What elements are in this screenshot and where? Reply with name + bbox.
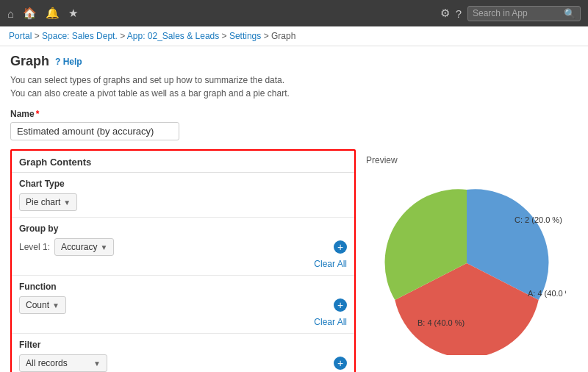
- accuracy-arrow: ▼: [100, 243, 107, 251]
- filter-label: Filter: [19, 340, 347, 350]
- accuracy-dropdown[interactable]: Accuracy ▼: [54, 238, 114, 256]
- function-arrow: ▼: [52, 301, 60, 310]
- page-title-text: Graph: [10, 54, 49, 69]
- breadcrumb-app[interactable]: App: 02_Sales & Leads: [127, 31, 219, 41]
- group-by-row: Level 1: Accuracy ▼ +: [19, 238, 347, 256]
- panel-title: Graph Contents: [12, 151, 354, 173]
- function-section: Function Count ▼ + Clear All: [12, 276, 354, 334]
- description-line-1: You can select types of graphs and set u…: [10, 74, 578, 87]
- label-c: C: 2 (20.0 %): [514, 215, 562, 224]
- filter-dropdown[interactable]: All records ▼: [19, 354, 107, 372]
- search-icon[interactable]: 🔍: [564, 8, 576, 19]
- group-by-section: Group by Level 1: Accuracy ▼ + Clear All: [12, 218, 354, 276]
- chart-type-value: Pie chart: [26, 197, 60, 207]
- chart-type-section: Chart Type Pie chart ▼: [12, 173, 354, 218]
- search-input[interactable]: [473, 8, 561, 18]
- group-by-label: Group by: [19, 223, 347, 234]
- pie-chart-svg: C: 2 (20.0 %) B: 4 (40.0 %) A: 4 (40.0 %…: [368, 179, 566, 355]
- function-add-button[interactable]: +: [334, 298, 347, 312]
- home-icon[interactable]: ⌂: [7, 7, 14, 20]
- help-icon[interactable]: ?: [456, 7, 462, 20]
- filter-row: All records ▼ +: [19, 354, 347, 372]
- home-alt-icon[interactable]: 🏠: [23, 7, 37, 20]
- bell-icon[interactable]: 🔔: [46, 7, 60, 20]
- label-b: B: 4 (40.0 %): [417, 318, 465, 327]
- name-input[interactable]: [10, 122, 179, 140]
- page-description: You can select types of graphs and set u…: [10, 74, 578, 100]
- preview-label: Preview: [366, 155, 567, 165]
- filter-section: Filter All records ▼ +: [12, 334, 354, 372]
- description-line-2: You can also create a pivot table as wel…: [10, 87, 578, 100]
- filter-arrow: ▼: [93, 360, 101, 368]
- chart-type-dropdown[interactable]: Pie chart ▼: [19, 193, 77, 211]
- function-label: Function: [19, 282, 347, 292]
- filter-value: All records: [26, 358, 68, 368]
- chart-type-label: Chart Type: [19, 179, 347, 189]
- chart-type-arrow: ▼: [63, 198, 71, 207]
- group-by-clear-all[interactable]: Clear All: [19, 259, 347, 269]
- breadcrumb: Portal > Space: Sales Dept. > App: 02_Sa…: [0, 26, 588, 46]
- nav-left: ⌂ 🏠 🔔 ★: [7, 7, 78, 20]
- label-a: A: 4 (40.0 %): [528, 289, 566, 298]
- right-panel: Preview C: 2 (20.0 %) B: 4 (40.0 %) A: 4…: [356, 149, 578, 372]
- settings-icon[interactable]: ⚙: [440, 7, 450, 20]
- pie-chart-container: C: 2 (20.0 %) B: 4 (40.0 %) A: 4 (40.0 %…: [366, 171, 567, 355]
- nav-right: ⚙ ? 🔍: [440, 6, 581, 21]
- group-by-add-button[interactable]: +: [334, 240, 347, 254]
- function-clear-all[interactable]: Clear All: [19, 317, 347, 327]
- breadcrumb-portal[interactable]: Portal: [9, 31, 32, 41]
- accuracy-value: Accuracy: [61, 242, 97, 252]
- left-panel: Graph Contents Chart Type Pie chart ▼ Gr…: [10, 149, 356, 372]
- function-row: Count ▼ +: [19, 296, 347, 314]
- breadcrumb-current: Graph: [271, 31, 295, 41]
- filter-add-button[interactable]: +: [334, 357, 347, 370]
- function-value: Count: [26, 300, 49, 310]
- breadcrumb-settings[interactable]: Settings: [229, 31, 261, 41]
- page-content: Graph ? Help You can select types of gra…: [0, 46, 588, 372]
- top-navigation: ⌂ 🏠 🔔 ★ ⚙ ? 🔍: [0, 0, 588, 26]
- group-by-row-left: Level 1: Accuracy ▼: [19, 238, 114, 256]
- page-title-row: Graph ? Help: [10, 54, 578, 69]
- search-box: 🔍: [467, 6, 581, 21]
- function-dropdown[interactable]: Count ▼: [19, 296, 66, 314]
- level-label: Level 1:: [19, 242, 50, 252]
- help-link[interactable]: ? Help: [55, 57, 82, 67]
- name-field-label: Name*: [10, 109, 578, 119]
- breadcrumb-space[interactable]: Space: Sales Dept.: [42, 31, 118, 41]
- star-icon[interactable]: ★: [68, 7, 78, 20]
- two-column-layout: Graph Contents Chart Type Pie chart ▼ Gr…: [10, 149, 578, 372]
